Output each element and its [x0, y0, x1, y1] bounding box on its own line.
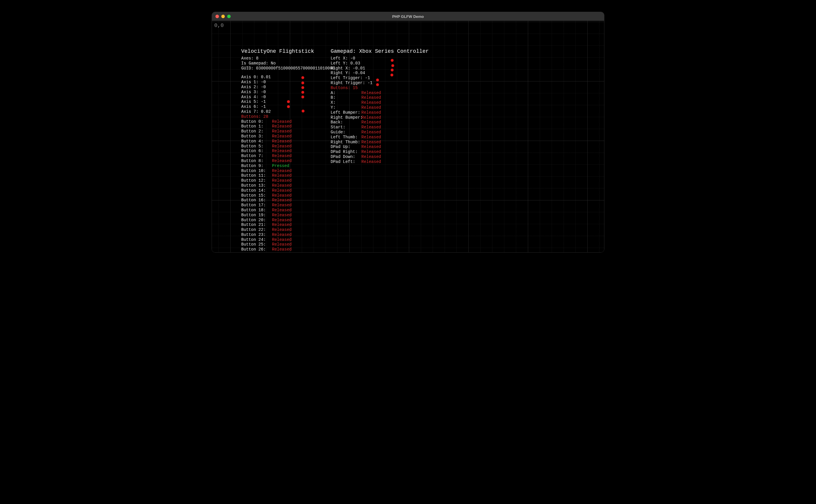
axis-indicator-dot-icon [302, 110, 305, 113]
gamepad-button-state: Released [361, 95, 381, 100]
joystick-button-label: Button 12: [241, 178, 272, 183]
joystick-button-row: Button 22:Released [241, 227, 335, 232]
gamepad-title: Gamepad: Xbox Series Controller [331, 48, 429, 54]
joystick-title: VelocityOne Flightstick [241, 48, 335, 54]
joystick-button-label: Button 7: [241, 154, 272, 159]
axis-indicator-dot-icon [301, 86, 304, 89]
joystick-button-row: Button 20:Released [241, 218, 335, 223]
joystick-button-state: Released [272, 218, 292, 223]
joystick-button-state: Released [272, 178, 292, 183]
gamepad-button-row: DPad Up:Released [331, 144, 429, 149]
joystick-button-row: Button 4:Released [241, 139, 335, 144]
gamepad-button-state: Released [361, 140, 381, 145]
gamepad-buttons-count: Buttons: 15 [331, 86, 429, 91]
joystick-button-label: Button 13: [241, 183, 272, 188]
joystick-buttons-count: Buttons: 28 [241, 114, 335, 119]
joystick-button-row: Button 25:Released [241, 242, 335, 247]
gamepad-button-label: DPad Down: [331, 154, 361, 159]
joystick-button-state: Released [272, 237, 292, 242]
joystick-button-label: Button 4: [241, 139, 272, 144]
gamepad-button-state: Released [361, 154, 381, 159]
gamepad-button-label: X: [331, 100, 361, 105]
joystick-button-state: Released [272, 159, 292, 164]
joystick-button-label: Button 16: [241, 198, 272, 203]
joystick-axis-value: Axis 2: -0 [241, 85, 335, 90]
joystick-button-row: Button 3:Released [241, 134, 335, 139]
axis-indicator-dot-icon [301, 81, 304, 84]
gamepad-button-row: DPad Right:Released [331, 149, 429, 154]
joystick-button-state: Released [272, 242, 292, 247]
joystick-button-state: Released [272, 252, 292, 252]
joystick-button-label: Button 21: [241, 222, 272, 227]
gamepad-axis-value: Left X: -0 [331, 56, 429, 61]
joystick-button-row: Button 17:Released [241, 203, 335, 208]
joystick-button-state: Released [272, 222, 292, 227]
gamepad-button-label: Y: [331, 105, 361, 110]
joystick-button-row: Button 11:Released [241, 173, 335, 178]
gamepad-button-label: Right Thumb: [331, 140, 361, 145]
gamepad-button-state: Released [361, 144, 381, 149]
gamepad-button-state: Released [361, 100, 381, 105]
gamepad-button-state: Released [361, 149, 381, 154]
joystick-button-label: Button 10: [241, 168, 272, 173]
joystick-button-row: Button 2:Released [241, 129, 335, 134]
gamepad-button-row: Start:Released [331, 125, 429, 130]
joystick-guid: GUID: 03000000f51000005570000011010000 [241, 66, 335, 71]
joystick-button-row: Button 12:Released [241, 178, 335, 183]
axis-indicator-dot-icon [391, 69, 394, 71]
joystick-button-row: Button 15:Released [241, 193, 335, 198]
axis-indicator-dot-icon [287, 100, 290, 103]
joystick-panel: VelocityOne Flightstick Axes: 8 Is Gamep… [241, 48, 335, 252]
gamepad-button-label: A: [331, 91, 361, 96]
joystick-button-row: Button 1:Released [241, 124, 335, 129]
joystick-button-state: Released [272, 198, 292, 203]
gamepad-axes-list: Left X: -0Left Y: 0.03Right X: -0.01Righ… [331, 56, 429, 86]
joystick-button-label: Button 3: [241, 134, 272, 139]
joystick-button-label: Button 23: [241, 232, 272, 237]
joystick-button-row: Button 13:Released [241, 183, 335, 188]
joystick-button-label: Button 8: [241, 159, 272, 164]
joystick-button-state: Released [272, 203, 292, 208]
joystick-button-row: Button 16:Released [241, 198, 335, 203]
joystick-button-label: Button 9: [241, 164, 272, 168]
joystick-button-state: Released [272, 208, 292, 213]
joystick-button-label: Button 24: [241, 237, 272, 242]
joystick-button-label: Button 6: [241, 149, 272, 154]
joystick-button-state: Released [272, 227, 292, 232]
joystick-is-gamepad: Is Gamepad: No [241, 61, 335, 66]
axis-indicator-dot-icon [391, 64, 394, 67]
joystick-button-state: Released [272, 193, 292, 198]
joystick-button-state: Released [272, 124, 292, 129]
gamepad-button-row: A:Released [331, 91, 429, 96]
joystick-button-state: Released [272, 144, 292, 149]
joystick-button-state: Pressed [272, 164, 289, 168]
joystick-axis-value: Axis 0: 0.01 [241, 75, 335, 80]
joystick-button-label: Button 25: [241, 242, 272, 247]
gamepad-button-label: Start: [331, 125, 361, 130]
origin-label: 0,0 [214, 23, 224, 28]
joystick-button-row: Button 14:Released [241, 188, 335, 193]
joystick-axis-value: Axis 3: -0 [241, 90, 335, 95]
gamepad-button-label: Left Thumb: [331, 135, 361, 140]
overlay: 0,0 VelocityOne Flightstick Axes: 8 Is G… [212, 21, 604, 252]
joystick-button-state: Released [272, 173, 292, 178]
gamepad-button-row: DPad Left:Released [331, 159, 429, 164]
axis-indicator-dot-icon [390, 74, 393, 76]
joystick-button-row: Button 27:Released [241, 252, 335, 252]
joystick-button-label: Button 19: [241, 213, 272, 218]
app-window: PHP GLFW Demo 0,0 VelocityOne Flightstic… [212, 12, 604, 253]
gamepad-button-label: DPad Up: [331, 144, 361, 149]
gamepad-button-state: Released [361, 115, 381, 120]
viewport: 0,0 VelocityOne Flightstick Axes: 8 Is G… [212, 21, 604, 252]
joystick-button-state: Released [272, 134, 292, 139]
window-titlebar[interactable]: PHP GLFW Demo [212, 12, 604, 21]
gamepad-button-row: Left Bumper:Released [331, 110, 429, 115]
joystick-button-label: Button 26: [241, 247, 272, 252]
gamepad-axis-value: Right X: -0.01 [331, 66, 429, 71]
axis-indicator-dot-icon [301, 96, 304, 98]
gamepad-button-row: Left Thumb:Released [331, 135, 429, 140]
gamepad-button-state: Released [361, 130, 381, 135]
joystick-button-row: Button 0:Released [241, 119, 335, 124]
gamepad-button-row: Y:Released [331, 105, 429, 110]
joystick-button-state: Released [272, 183, 292, 188]
